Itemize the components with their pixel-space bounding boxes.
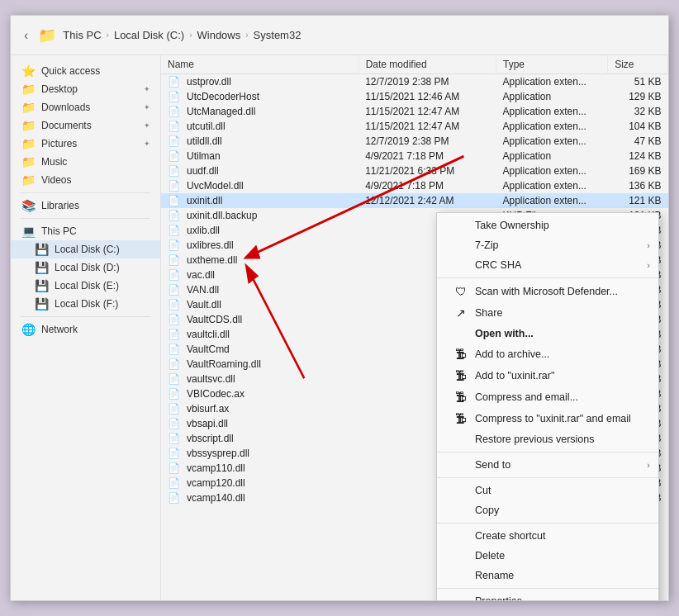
ctx-item-restore-prev[interactable]: Restore previous versions <box>437 429 658 449</box>
sidebar-desktop-label: Desktop <box>41 83 78 95</box>
file-icon: 📄 <box>168 135 180 147</box>
sidebar-item-pictures[interactable]: 📁 Pictures ✦ <box>11 135 160 153</box>
file-icon: 📄 <box>168 299 180 310</box>
file-explorer-window: ‹ 📁 This PC › Local Disk (C:) › Windows … <box>10 15 669 601</box>
drive-f-label: Local Disk (F:) <box>55 298 118 310</box>
table-row[interactable]: 📄UtcDecoderHost 11/15/2021 12:46 AM Appl… <box>161 89 668 104</box>
sidebar-libraries[interactable]: 📚 Libraries <box>11 197 160 215</box>
ctx-icon-compress-email: 🗜 <box>453 391 468 404</box>
sidebar: ⭐ Quick access 📁 Desktop ✦ 📁 Downloads ✦… <box>11 55 161 600</box>
ctx-item-crc-sha[interactable]: CRC SHA› <box>437 255 658 275</box>
ctx-icon-add-to-archive: 🗜 <box>453 348 468 361</box>
ctx-divider <box>437 523 658 524</box>
ctx-item-add-to-uxinit[interactable]: 🗜Add to "uxinit.rar" <box>437 365 658 386</box>
col-header-type[interactable]: Type <box>496 55 608 74</box>
sidebar-divider-2 <box>21 218 150 219</box>
table-row[interactable]: 📄Utilman 4/9/2021 7:18 PM Application 12… <box>161 149 668 163</box>
ctx-item-7zip[interactable]: 7-Zip› <box>437 235 658 255</box>
back-button[interactable]: ‹ <box>21 25 31 46</box>
ctx-item-add-to-archive[interactable]: 🗜Add to archive... <box>437 344 658 365</box>
file-icon: 📄 <box>168 403 180 415</box>
file-icon: 📄 <box>168 329 180 340</box>
table-row[interactable]: 📄UtcManaged.dll 11/15/2021 12:47 AM Appl… <box>161 104 668 119</box>
ctx-item-compress-to-uxinit[interactable]: 🗜Compress to "uxinit.rar" and email <box>437 408 658 429</box>
ctx-icon-add-to-uxinit: 🗜 <box>453 369 468 382</box>
file-icon: 📄 <box>168 344 180 355</box>
sidebar-drive-c[interactable]: 💾 Local Disk (C:) <box>11 240 160 258</box>
table-row[interactable]: 📄UvcModel.dll 4/9/2021 7:18 PM Applicati… <box>161 178 668 193</box>
sidebar-item-videos[interactable]: 📁 Videos <box>11 171 160 189</box>
ctx-item-rename[interactable]: Rename <box>437 566 658 585</box>
sidebar-documents-label: Documents <box>41 120 92 131</box>
ctx-item-properties[interactable]: Properties <box>437 591 658 600</box>
desktop-folder-icon: 📁 <box>21 83 36 96</box>
sidebar-drive-e[interactable]: 💾 Local Disk (E:) <box>11 277 160 295</box>
pin-icon-pictures: ✦ <box>144 140 150 148</box>
quick-access-label: Quick access <box>41 65 100 77</box>
ctx-item-create-shortcut[interactable]: Create shortcut <box>437 526 658 546</box>
sidebar-downloads-label: Downloads <box>41 102 90 113</box>
ctx-divider <box>437 452 658 453</box>
breadcrumb: This PC › Local Disk (C:) › Windows › Sy… <box>63 29 301 41</box>
breadcrumb-windows[interactable]: Windows <box>197 29 241 41</box>
file-icon: 📄 <box>168 284 180 296</box>
file-icon: 📄 <box>168 180 180 192</box>
file-icon: 📄 <box>168 76 180 88</box>
titlebar: ‹ 📁 This PC › Local Disk (C:) › Windows … <box>11 16 668 55</box>
submenu-arrow-icon: › <box>647 460 650 470</box>
ctx-item-compress-email[interactable]: 🗜Compress and email... <box>437 386 658 408</box>
breadcrumb-local-disk[interactable]: Local Disk (C:) <box>114 29 184 41</box>
drive-c-icon: 💾 <box>34 243 49 256</box>
file-icon: 📄 <box>168 477 180 489</box>
file-icon: 📄 <box>168 418 180 429</box>
drive-f-icon: 💾 <box>34 297 49 310</box>
file-icon: 📄 <box>168 225 180 236</box>
file-icon: 📄 <box>168 448 180 459</box>
sidebar-pictures-label: Pictures <box>41 138 77 149</box>
file-icon: 📄 <box>168 433 180 444</box>
file-icon: 📄 <box>168 165 180 177</box>
breadcrumb-system32[interactable]: System32 <box>254 29 302 41</box>
sidebar-quick-access[interactable]: ⭐ Quick access <box>11 62 160 80</box>
ctx-item-copy[interactable]: Copy <box>437 500 658 520</box>
ctx-item-scan-defender[interactable]: 🛡Scan with Microsoft Defender... <box>437 281 658 302</box>
quick-access-section: ⭐ Quick access 📁 Desktop ✦ 📁 Downloads ✦… <box>11 62 160 189</box>
documents-folder-icon: 📁 <box>21 119 36 132</box>
sidebar-videos-label: Videos <box>41 174 71 186</box>
table-row[interactable]: 📄utildll.dll 12/7/2019 2:38 PM Applicati… <box>161 134 668 149</box>
sidebar-item-documents[interactable]: 📁 Documents ✦ <box>11 116 160 135</box>
file-icon: 📄 <box>168 106 180 117</box>
sidebar-drive-f[interactable]: 💾 Local Disk (F:) <box>11 295 160 313</box>
ctx-item-cut[interactable]: Cut <box>437 481 658 500</box>
libraries-icon: 📚 <box>21 199 36 212</box>
ctx-icon-compress-to-uxinit: 🗜 <box>453 412 468 425</box>
ctx-item-take-ownership[interactable]: Take Ownership <box>437 216 658 235</box>
sidebar-this-pc[interactable]: 💻 This PC <box>11 222 160 240</box>
ctx-item-delete[interactable]: Delete <box>437 546 658 566</box>
submenu-arrow-icon: › <box>647 240 650 250</box>
sidebar-item-desktop[interactable]: 📁 Desktop ✦ <box>11 80 160 98</box>
breadcrumb-sep-3: › <box>245 31 248 40</box>
pictures-folder-icon: 📁 <box>21 137 36 150</box>
ctx-item-send-to[interactable]: Send to› <box>437 455 658 475</box>
col-header-name[interactable]: Name <box>161 55 358 74</box>
file-icon: 📄 <box>168 269 180 281</box>
ctx-divider <box>437 277 658 278</box>
sidebar-item-music[interactable]: 📁 Music <box>11 153 160 171</box>
col-header-date[interactable]: Date modified <box>358 55 496 74</box>
context-menu: Take Ownership7-Zip›CRC SHA›🛡Scan with M… <box>436 212 659 600</box>
main-area: ⭐ Quick access 📁 Desktop ✦ 📁 Downloads ✦… <box>11 55 668 600</box>
ctx-item-share[interactable]: ↗Share <box>437 302 658 324</box>
sidebar-item-downloads[interactable]: 📁 Downloads ✦ <box>11 98 160 116</box>
drive-d-icon: 💾 <box>34 261 49 274</box>
col-header-size[interactable]: Size <box>608 55 668 74</box>
table-row[interactable]: 📄uxinit.dll 12/12/2021 2:42 AM Applicati… <box>161 193 668 208</box>
sidebar-drive-d[interactable]: 💾 Local Disk (D:) <box>11 258 160 277</box>
table-row[interactable]: 📄uudf.dll 11/21/2021 6:33 PM Application… <box>161 163 668 178</box>
breadcrumb-this-pc[interactable]: This PC <box>63 29 101 41</box>
table-row[interactable]: 📄ustprov.dll 12/7/2019 2:38 PM Applicati… <box>161 74 668 90</box>
table-row[interactable]: 📄utcutil.dll 11/15/2021 12:47 AM Applica… <box>161 119 668 134</box>
file-icon: 📄 <box>168 121 180 132</box>
ctx-item-open-with[interactable]: Open with... <box>437 324 658 344</box>
sidebar-network[interactable]: 🌐 Network <box>11 320 160 339</box>
